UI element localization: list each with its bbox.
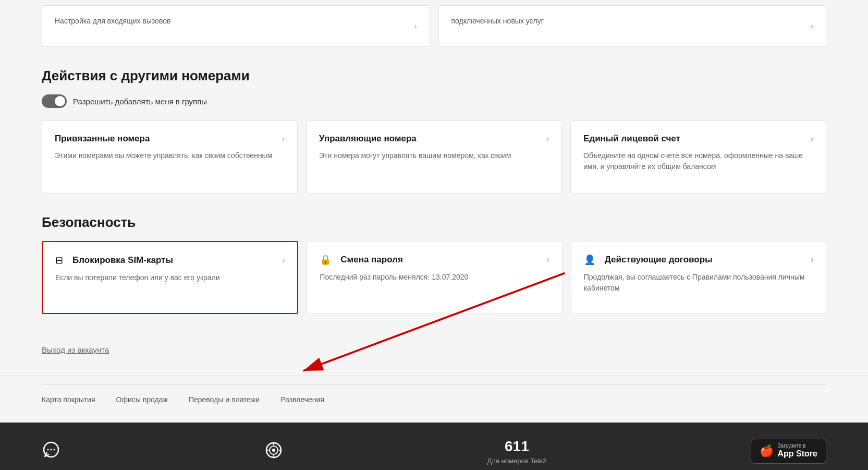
sim-lock-title: ⊟ Блокировка SIM-карты	[55, 255, 173, 266]
linked-numbers-title: Привязанные номера	[55, 134, 150, 144]
svg-point-3	[47, 449, 49, 451]
sim-icon: ⊟	[55, 255, 63, 266]
chevron-right-icon: ›	[414, 21, 417, 31]
active-contracts-title: 👤 Действующие договоры	[584, 254, 713, 266]
change-password-card[interactable]: 🔒 Смена пароля › Последний раз пароль ме…	[307, 241, 562, 314]
toggle-row: Разрешить добавлять меня в группы	[42, 94, 826, 108]
logout-link[interactable]: Выход из аккаунта	[42, 345, 109, 354]
logout-section: Выход из аккаунта	[42, 335, 826, 376]
linked-numbers-desc: Этими номерами вы можете управлять, как …	[55, 150, 285, 180]
change-password-desc: Последний раз пароль менялся: 13.07.2020	[320, 272, 549, 301]
chevron-right-icon: ›	[282, 134, 285, 143]
chevron-right-icon: ›	[811, 255, 813, 264]
chevron-right-icon: ›	[282, 256, 285, 265]
chevron-right-icon: ›	[546, 255, 549, 264]
toggle-label: Разрешить добавлять меня в группы	[73, 97, 207, 106]
unified-account-card[interactable]: Единый лицевой счет › Объедините на одно…	[570, 120, 826, 194]
unified-account-header: Единый лицевой счет ›	[583, 134, 813, 144]
sim-lock-title-text: Блокировка SIM-карты	[72, 255, 173, 266]
apple-icon: 🍎	[760, 444, 774, 458]
other-numbers-heading: Действия с другими номерами	[42, 68, 826, 84]
phone-number: 611	[487, 438, 547, 455]
transfers-payments-link[interactable]: Переводы и платежи	[189, 395, 260, 404]
change-password-header: 🔒 Смена пароля ›	[320, 254, 549, 266]
managing-numbers-title: Управляющие номера	[319, 134, 417, 144]
managing-numbers-desc: Эти номера могут управлять вашим номером…	[319, 150, 549, 180]
app-store-name: App Store	[778, 449, 817, 460]
app-store-sublabel: Загрузите в	[778, 443, 817, 449]
person-icon: 👤	[584, 254, 595, 266]
lock-icon: 🔒	[320, 254, 331, 266]
target-icon[interactable]	[264, 441, 283, 462]
new-services-card[interactable]: подключенных новых услуг ›	[438, 5, 827, 47]
linked-numbers-title-text: Привязанные номера	[55, 134, 150, 144]
app-store-button[interactable]: 🍎 Загрузите в App Store	[751, 439, 826, 464]
security-heading: Безопасность	[42, 214, 826, 231]
bottom-bar: 611 Для номеров Tele2 🍎 Загрузите в App …	[0, 423, 868, 470]
security-cards: ⊟ Блокировка SIM-карты › Если вы потерял…	[42, 241, 826, 314]
incoming-calls-card[interactable]: Настройка для входящих вызовов ›	[42, 5, 430, 47]
group-toggle[interactable]	[42, 94, 67, 108]
change-password-title: 🔒 Смена пароля	[320, 254, 403, 266]
active-contracts-desc: Продолжая, вы соглашаетесь с Правилами п…	[584, 272, 813, 301]
change-password-title-text: Смена пароля	[340, 255, 403, 265]
security-section: Безопасность ⊟ Блокировка SIM-карты › Ес…	[42, 214, 826, 314]
managing-numbers-card[interactable]: Управляющие номера › Эти номера могут уп…	[306, 120, 562, 194]
linked-numbers-header: Привязанные номера ›	[55, 134, 285, 144]
managing-numbers-title-text: Управляющие номера	[319, 134, 417, 144]
phone-number-section: 611 Для номеров Tele2	[487, 438, 547, 465]
app-store-text: Загрузите в App Store	[778, 443, 817, 460]
svg-point-8	[272, 449, 275, 452]
other-numbers-section: Действия с другими номерами Разрешить до…	[42, 68, 826, 194]
sales-offices-link[interactable]: Офисы продаж	[116, 395, 168, 404]
coverage-map-link[interactable]: Карта покрытия	[42, 395, 95, 404]
chevron-right-icon: ›	[811, 134, 813, 143]
active-contracts-title-text: Действующие договоры	[605, 255, 713, 265]
unified-account-title: Единый лицевой счет	[583, 134, 680, 144]
entertainment-link[interactable]: Развлечения	[280, 395, 324, 404]
managing-numbers-header: Управляющие номера ›	[319, 134, 549, 144]
svg-point-5	[54, 449, 55, 451]
sim-lock-desc: Если вы потеряли телефон или у вас его у…	[55, 272, 285, 300]
other-numbers-cards: Привязанные номера › Этими номерами вы м…	[42, 120, 826, 194]
chevron-right-icon: ›	[811, 21, 813, 31]
unified-account-desc: Объедините на одном счете все номера, оф…	[583, 150, 813, 180]
sim-lock-header: ⊟ Блокировка SIM-карты ›	[55, 255, 285, 266]
unified-account-title-text: Единый лицевой счет	[583, 134, 680, 144]
sim-lock-card[interactable]: ⊟ Блокировка SIM-карты › Если вы потерял…	[42, 241, 298, 314]
svg-point-4	[51, 449, 52, 451]
linked-numbers-card[interactable]: Привязанные номера › Этими номерами вы м…	[42, 120, 298, 194]
chevron-right-icon: ›	[546, 134, 549, 143]
active-contracts-header: 👤 Действующие договоры ›	[584, 254, 813, 266]
top-cards-section: Настройка для входящих вызовов › подключ…	[42, 0, 826, 47]
phone-sub: Для номеров Tele2	[487, 457, 547, 465]
active-contracts-card[interactable]: 👤 Действующие договоры › Продолжая, вы с…	[571, 241, 826, 314]
incoming-calls-text: Настройка для входящих вызовов	[55, 16, 408, 27]
chat-icon[interactable]	[42, 441, 60, 462]
footer-links: Карта покрытия Офисы продаж Переводы и п…	[42, 384, 826, 414]
new-services-text: подключенных новых услуг	[451, 16, 804, 27]
